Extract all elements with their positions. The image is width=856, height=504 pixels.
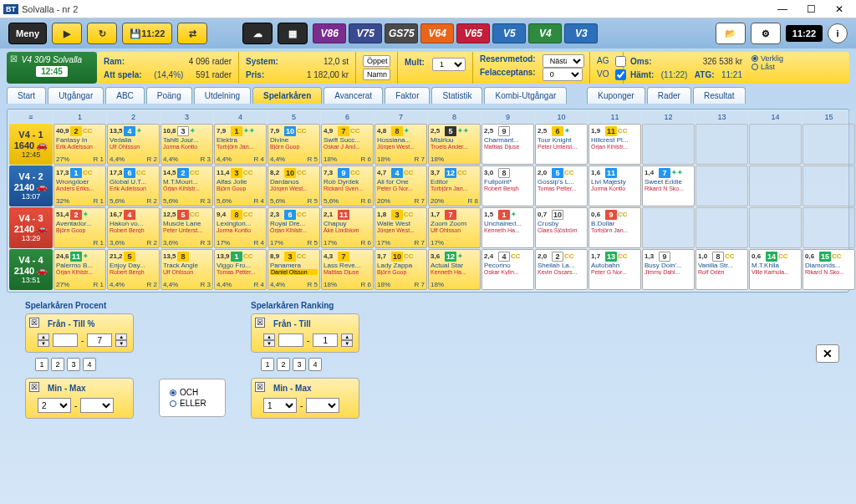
refresh-button[interactable]: ↻ (87, 23, 117, 44)
game-v3[interactable]: V3 (564, 23, 598, 43)
f2-to-down[interactable]: ▼ (341, 340, 353, 347)
horse-cell[interactable]: 4,74CCAll for OnePeter G Nor...20%R 7 (374, 165, 427, 206)
close-button[interactable]: ✕ (826, 2, 853, 17)
f2-from-up[interactable]: ▲ (263, 333, 275, 340)
horse-cell[interactable]: 40,92CCFantasy InErik Adielsson27%R 1 (54, 124, 106, 165)
f1-to-up[interactable]: ▲ (115, 333, 127, 340)
f1-from-up[interactable]: ▲ (38, 333, 49, 340)
horse-cell[interactable]: 1,51✦Unchained...Kenneth Ha... (482, 207, 534, 248)
horse-cell[interactable]: 11,43CCAlfas JolieBjörn Goop5,6%R 4 (214, 165, 267, 206)
horse-cell[interactable]: 16,74Hakon vo...Robert Bergh3,6%R 2 (107, 207, 160, 248)
leg-btn-2[interactable]: 2 (277, 358, 290, 371)
verklig-radio[interactable]: Verklig (752, 54, 797, 63)
minimize-button[interactable]: — (769, 2, 796, 17)
row-header-V4-3[interactable]: V4 - 32140 🚗13:29 (9, 207, 53, 248)
tab-abc[interactable]: ABC (105, 87, 145, 104)
race-close-icon[interactable]: ☒ (10, 54, 18, 64)
filter2-close[interactable]: ☒ (255, 318, 265, 328)
f1-min-select[interactable]: 2 (38, 398, 71, 413)
maximize-button[interactable]: ☐ (797, 2, 824, 17)
tab-start[interactable]: Start (7, 87, 46, 104)
tab-faktor[interactable]: Faktor (385, 87, 430, 104)
panel-close-button[interactable]: ✕ (816, 344, 839, 363)
horse-cell[interactable]: 24,611✦Palermo B...Örjan Kihlstr...27%R … (54, 249, 106, 290)
filter1-mm-close[interactable]: ☒ (29, 382, 39, 392)
f1-to-input[interactable] (87, 333, 112, 347)
leg-btn-2[interactable]: 2 (51, 358, 64, 371)
horse-cell[interactable]: 7,39CCRob DyrdekRickard Sven...5,6%R 6 (321, 165, 374, 206)
filter2-mm-close[interactable]: ☒ (255, 382, 265, 392)
game-v4[interactable]: V4 (528, 23, 562, 43)
horse-cell[interactable]: 4,97CCSwift Succ...Oskar J And...18%R 6 (321, 124, 374, 165)
game-gs75[interactable]: GS75 (385, 23, 418, 43)
horse-cell[interactable]: 17,36CCGlobal U.T...Erik Adielsson5,6%R … (107, 165, 160, 206)
menu-button[interactable]: Meny (8, 23, 47, 44)
tab-poäng[interactable]: Poäng (146, 87, 192, 104)
game-v5[interactable]: V5 (492, 23, 526, 43)
game-v86[interactable]: V86 (313, 23, 346, 43)
horse-cell[interactable]: 4,88✦Hossiana...Jörgen West...18%R 7 (374, 124, 427, 165)
horse-cell[interactable]: 2,111ChapuyÅke Lindblom17%R 6 (321, 207, 374, 248)
tab-resultat[interactable]: Resultat (693, 87, 746, 104)
horse-cell[interactable]: 1,77Zoom ZoomUlf Ohlsson17% (428, 207, 481, 248)
horse-cell[interactable]: 7,910CCDivineBjörn Goop4,4%R 5 (268, 124, 320, 165)
f1-from-input[interactable] (53, 333, 78, 347)
open-folder-button[interactable]: 📂 (716, 23, 746, 44)
f2-to-input[interactable] (313, 333, 338, 347)
row-header-V4-4[interactable]: V4 - 42140 🚗13:51 (9, 249, 53, 290)
horse-cell[interactable]: 4,37Lass Reve...Mattias Djuse18%R 6 (321, 249, 374, 290)
tab-rader[interactable]: Rader (647, 87, 691, 104)
horse-cell[interactable]: 1,47✦✦Sweet EddieRikard N Sko... (642, 165, 695, 206)
tab-avancerat[interactable]: Avancerat (324, 87, 383, 104)
leg-btn-3[interactable]: 3 (67, 358, 80, 371)
leg-btn-1[interactable]: 1 (35, 358, 48, 371)
leg-btn-1[interactable]: 1 (261, 358, 274, 371)
horse-cell[interactable]: 3,08Fullpoint*Robert Bergh (482, 165, 534, 206)
row-header-V4-2[interactable]: V4 - 22140 🚗13:07 (9, 165, 53, 206)
f1-to-down[interactable]: ▼ (115, 340, 127, 347)
horse-cell[interactable]: 7,91✦✦ElektraTorbjörn Jan...4,4%R 4 (214, 124, 267, 165)
settings-button[interactable]: ⚙ (751, 23, 781, 44)
horse-cell[interactable]: 13,54✦VedaliaUlf Ohlsson4,4%R 2 (107, 124, 160, 165)
horse-cell[interactable]: 3,712CCEditorTorbjörn Jan...20%R 8 (428, 165, 481, 206)
horse-cell[interactable]: 13,58Track AngleUlf Ohlsson4,4%R 3 (160, 249, 213, 290)
horse-cell[interactable]: 10,83✦Tahiti Jour...Jorma Kontio4,4%R 3 (160, 124, 213, 165)
horse-cell[interactable]: 0,710CrosbyClaes Sjöström (535, 207, 588, 248)
game-v75[interactable]: V75 (349, 23, 382, 43)
horse-cell[interactable]: 0,615CCDiamonds...Rikard N Sko... (802, 249, 855, 290)
oppet-button[interactable]: Öppet (363, 55, 390, 67)
f1-from-down[interactable]: ▼ (38, 340, 49, 347)
horse-cell[interactable]: 8,210CCDardanosJörgen West...5,6%R 5 (268, 165, 320, 206)
leg-btn-3[interactable]: 3 (293, 358, 306, 371)
horse-cell[interactable]: 1,611Livi MajestyJorma Kontio (588, 165, 641, 206)
horse-cell[interactable]: 8,93CCPanameraDaniel Olsson4,4%R 5 (268, 249, 320, 290)
horse-cell[interactable]: 2,56✦Tour KnightPeter Unterst... (535, 124, 588, 165)
horse-cell[interactable]: 0,614CCM.T.KhilaVille Karhula... (749, 249, 802, 290)
f2-to-up[interactable]: ▲ (341, 333, 353, 340)
leg-btn-4[interactable]: 4 (83, 358, 96, 371)
leg-btn-4[interactable]: 4 (308, 358, 322, 371)
f2-min-select[interactable]: 1 (263, 398, 297, 413)
tab-kombi-utgångar[interactable]: Kombi-Utgångar (484, 87, 567, 104)
filter1-close[interactable]: ☒ (29, 318, 39, 328)
namn-button[interactable]: Namn (363, 69, 390, 80)
reserv-select[interactable]: Nästa (543, 54, 584, 68)
horse-cell[interactable]: 3,612✦Actual StarKenneth Ha...18% (428, 249, 481, 290)
info-button[interactable]: i (828, 23, 848, 43)
f1-max-select[interactable] (80, 398, 114, 413)
tab-utgångar[interactable]: Utgångar (48, 87, 104, 104)
f2-from-down[interactable]: ▼ (263, 340, 275, 347)
tab-kuponger[interactable]: Kuponger (587, 87, 645, 104)
horse-cell[interactable]: 12,55CCMuscle LanePeter Unterst...3,6%R … (160, 207, 213, 248)
tab-statistik[interactable]: Statistik (431, 87, 482, 104)
horse-cell[interactable]: 1,83CCWalle WestJörgen West...17%R 7 (374, 207, 427, 248)
horse-cell[interactable]: 9,48CCLexington...Jorma Kontio17%R 4 (214, 207, 267, 248)
horse-cell[interactable]: 17,31CCWrongdoerAnders Eriks...32%R 1 (54, 165, 106, 206)
horse-cell[interactable]: 1,08CCVanilla Str...Rolf Odén (696, 249, 748, 290)
horse-cell[interactable]: 14,52CCM.T.Mouri...Örjan Kihlstr...5,6%R… (160, 165, 213, 206)
grid-corner[interactable]: ≡ (9, 111, 53, 123)
last-radio[interactable]: Låst (752, 63, 797, 71)
mult-select[interactable]: 1 (432, 58, 466, 71)
horse-cell[interactable]: 1,911CCHillcrest Pl...Örjan Kihlstr... (588, 124, 641, 165)
tab-utdelning[interactable]: Utdelning (194, 87, 251, 104)
